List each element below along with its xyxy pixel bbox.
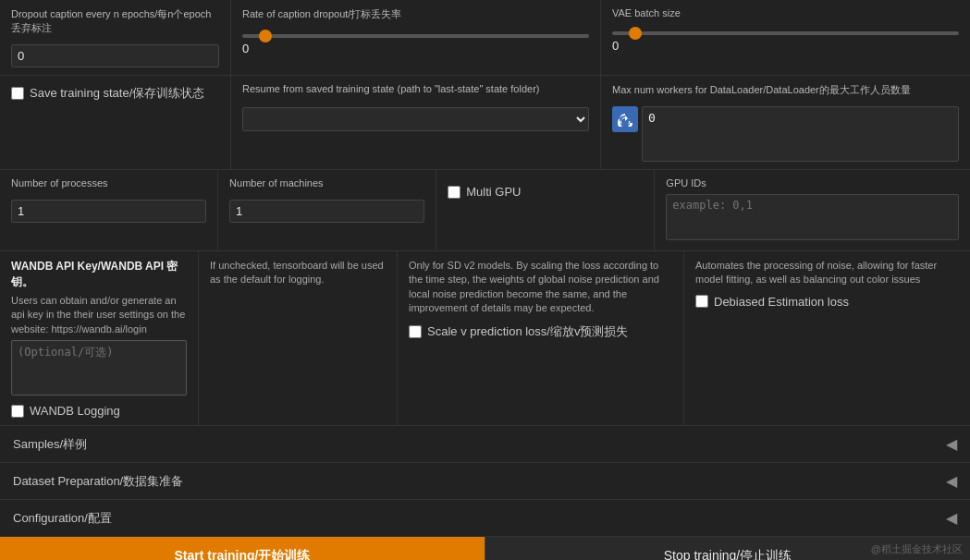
vae-label: VAE batch size — [612, 7, 959, 18]
automates-description: Automates the processing of noise, allow… — [695, 259, 959, 287]
row-wandb-info: WANDB API Key/WANDB API 密钥。 Users can ob… — [0, 251, 970, 426]
row-save-resume-workers: Save training state/保存训练状态 Resume from s… — [0, 76, 970, 170]
sdv2-cell: Only for SD v2 models. By scaling the lo… — [398, 251, 684, 425]
vae-value: 0 — [612, 39, 619, 53]
processes-label: Number of processes — [11, 177, 206, 189]
dataset-chevron: ◀ — [946, 472, 957, 490]
machines-input[interactable] — [229, 200, 424, 223]
main-container: Dropout caption every n epochs/每n个epoch丢… — [0, 0, 970, 560]
wandb-logging-checkbox[interactable] — [11, 405, 24, 418]
vae-slider[interactable] — [612, 31, 959, 35]
sdv2-checkbox-wrapper: Scale v prediction loss/缩放v预测损失 — [409, 323, 672, 340]
save-checkbox[interactable] — [11, 87, 24, 100]
config-chevron: ◀ — [946, 509, 957, 527]
rate-label: Rate of caption dropout/打标丢失率 — [242, 7, 589, 21]
config-label: Configuration/配置 — [13, 510, 112, 527]
wandb-cell: WANDB API Key/WANDB API 密钥。 Users can ob… — [0, 251, 199, 425]
rate-cell: Rate of caption dropout/打标丢失率 0 — [231, 0, 601, 75]
dropout-input[interactable] — [11, 44, 219, 67]
automates-checkbox-wrapper: Debiased Estimation loss — [695, 295, 959, 309]
automates-cell: Automates the processing of noise, allow… — [684, 251, 970, 425]
tensorboard-cell: If unchecked, tensorboard will be used a… — [199, 251, 398, 425]
automates-label: Debiased Estimation loss — [714, 295, 849, 309]
config-section-header[interactable]: Configuration/配置 ◀ — [0, 500, 970, 537]
dataset-label: Dataset Preparation/数据集准备 — [13, 473, 183, 490]
samples-chevron: ◀ — [946, 435, 957, 453]
multi-gpu-wrapper: Multi GPU — [448, 185, 643, 199]
rate-slider[interactable] — [242, 34, 589, 38]
workers-inner: 0 — [612, 106, 959, 162]
workers-icon-box — [612, 106, 638, 132]
sdv2-description: Only for SD v2 models. By scaling the lo… — [409, 259, 672, 316]
wandb-logging-wrapper: WANDB Logging — [11, 404, 187, 418]
processes-cell: Number of processes — [0, 170, 218, 250]
multi-gpu-label: Multi GPU — [466, 185, 521, 199]
dropout-label: Dropout caption every n epochs/每n个epoch丢… — [11, 7, 219, 35]
samples-label: Samples/样例 — [13, 436, 87, 453]
watermark: @稻土掘金技术社区 — [871, 542, 963, 556]
automates-checkbox[interactable] — [695, 295, 708, 308]
dropout-cell: Dropout caption every n epochs/每n个epoch丢… — [0, 0, 231, 75]
row-dropout-rate-vae: Dropout caption every n epochs/每n个epoch丢… — [0, 0, 970, 76]
wandb-description: Users can obtain and/or generate an api … — [11, 294, 187, 336]
workers-cell: Max num workers for DataLoader/DataLoade… — [601, 76, 970, 169]
workers-label: Max num workers for DataLoader/DataLoade… — [612, 83, 959, 97]
sdv2-checkbox[interactable] — [409, 325, 422, 338]
machines-label: Number of machines — [229, 177, 424, 189]
workers-input[interactable]: 0 — [642, 106, 959, 162]
refresh-icon — [618, 112, 632, 127]
save-checkbox-wrapper: Save training state/保存训练状态 — [11, 85, 219, 102]
resume-select[interactable] — [242, 107, 589, 131]
wandb-logging-label: WANDB Logging — [30, 404, 120, 418]
start-training-button[interactable]: Start training/开始训练 — [0, 537, 485, 560]
bottom-buttons: Start training/开始训练 Stop training/停止训练 P… — [0, 537, 970, 560]
resume-cell: Resume from saved training state (path t… — [231, 76, 601, 169]
train-buttons-row: Start training/开始训练 Stop training/停止训练 — [0, 537, 970, 560]
gpu-ids-cell: GPU IDs — [655, 170, 970, 250]
processes-input[interactable] — [11, 200, 206, 223]
resume-label: Resume from saved training state (path t… — [242, 83, 589, 94]
tensorboard-description: If unchecked, tensorboard will be used a… — [210, 259, 386, 287]
dataset-section-header[interactable]: Dataset Preparation/数据集准备 ◀ — [0, 463, 970, 500]
wandb-input[interactable] — [11, 340, 187, 396]
save-label: Save training state/保存训练状态 — [30, 85, 204, 102]
row-processes-machines-gpu: Number of processes Number of machines M… — [0, 170, 970, 251]
wandb-title: WANDB API Key/WANDB API 密钥。 — [11, 259, 187, 290]
sdv2-label: Scale v prediction loss/缩放v预测损失 — [427, 323, 628, 340]
multi-gpu-checkbox[interactable] — [448, 186, 460, 199]
rate-value: 0 — [242, 42, 249, 55]
machines-cell: Number of machines — [218, 170, 436, 250]
multi-gpu-cell: Multi GPU — [436, 170, 655, 250]
save-cell: Save training state/保存训练状态 — [0, 76, 231, 169]
samples-section-header[interactable]: Samples/样例 ◀ — [0, 426, 970, 463]
gpu-ids-input[interactable] — [666, 194, 959, 240]
gpu-ids-label: GPU IDs — [666, 177, 959, 189]
vae-cell: VAE batch size 0 — [601, 0, 970, 75]
